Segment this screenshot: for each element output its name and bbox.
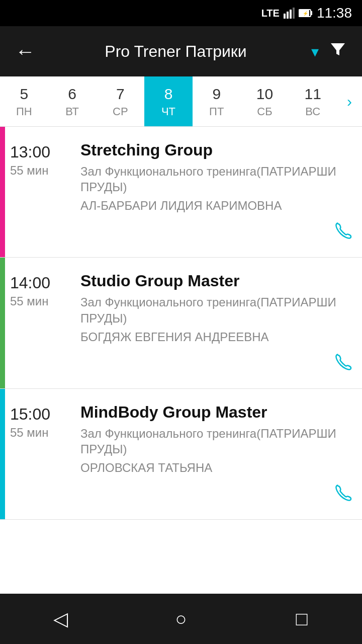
- date-day: ВТ: [65, 105, 79, 118]
- date-day: ПТ: [209, 105, 224, 118]
- phone-icon[interactable]: [335, 484, 352, 505]
- svg-rect-3: [293, 8, 295, 19]
- class-color-bar: [0, 127, 5, 257]
- date-item-11[interactable]: 11 ВС: [289, 76, 337, 126]
- class-trainer: ОРЛОВСКАЯ ТАТЬЯНА: [80, 461, 352, 475]
- class-location: Зал Функционального тренинга(ПАТРИАРШИ П…: [80, 426, 352, 457]
- date-day: СБ: [257, 105, 272, 118]
- nav-apps-button[interactable]: □: [282, 599, 322, 639]
- date-bar: 5 ПН 6 ВТ 7 СР 8 ЧТ 9 ПТ 10 СБ 11 ВС ›: [0, 76, 362, 127]
- svg-rect-0: [284, 14, 286, 19]
- class-trainer: АЛ-БАРБАРИ ЛИДИЯ КАРИМОВНА: [80, 199, 352, 213]
- class-item-2[interactable]: 15:00 55 мин MindBody Group Master Зал Ф…: [0, 389, 362, 520]
- date-item-9[interactable]: 9 ПТ: [193, 76, 241, 126]
- top-bar: ← Pro Trener Патрики ▾: [0, 26, 362, 76]
- date-day: ПН: [16, 105, 32, 118]
- status-icons: LTE ⚡ 11:38: [261, 5, 352, 21]
- phone-icon[interactable]: [335, 353, 352, 374]
- svg-text:⚡: ⚡: [303, 11, 309, 17]
- svg-rect-1: [287, 12, 289, 19]
- class-name: Stretching Group: [80, 141, 352, 159]
- svg-rect-6: [311, 11, 312, 15]
- class-duration: 55 мин: [10, 164, 70, 178]
- nav-back-button[interactable]: ◁: [40, 599, 80, 639]
- back-button[interactable]: ←: [10, 36, 40, 66]
- date-day: ВС: [305, 105, 320, 118]
- phone-icon[interactable]: [335, 222, 352, 243]
- class-color-bar: [0, 258, 5, 388]
- date-item-10[interactable]: 10 СБ: [241, 76, 289, 126]
- class-time: 14:00: [10, 274, 70, 292]
- date-num: 6: [68, 85, 76, 103]
- date-item-6[interactable]: 6 ВТ: [48, 76, 97, 126]
- class-list: 13:00 55 мин Stretching Group Зал Функци…: [0, 127, 362, 520]
- page-title: Pro Trener Патрики: [45, 42, 306, 61]
- date-next-button[interactable]: ›: [337, 76, 362, 126]
- date-item-7[interactable]: 7 СР: [96, 76, 144, 126]
- class-name: MindBody Group Master: [80, 403, 352, 422]
- class-trainer: БОГДЯЖ ЕВГЕНИЯ АНДРЕЕВНА: [80, 330, 352, 344]
- status-time: 11:38: [317, 5, 352, 21]
- date-num: 7: [116, 85, 125, 103]
- dropdown-button[interactable]: ▾: [311, 43, 319, 60]
- status-bar: LTE ⚡ 11:38: [0, 0, 362, 26]
- date-day: ЧТ: [161, 105, 175, 118]
- bottom-nav: ◁ ○ □: [0, 594, 362, 644]
- class-time: 13:00: [10, 143, 70, 162]
- date-num: 9: [212, 85, 221, 103]
- class-duration: 55 мин: [10, 426, 70, 440]
- date-item-8[interactable]: 8 ЧТ: [144, 76, 193, 126]
- class-location: Зал Функционального тренинга(ПАТРИАРШИ П…: [80, 294, 352, 326]
- class-location: Зал Функционального тренинга(ПАТРИАРШИ П…: [80, 164, 352, 195]
- lte-icon: LTE: [261, 8, 280, 19]
- date-item-5[interactable]: 5 ПН: [0, 76, 48, 126]
- class-color-bar: [0, 389, 5, 519]
- class-duration: 55 мин: [10, 294, 70, 308]
- class-name: Studio Group Master: [80, 272, 352, 290]
- class-time: 15:00: [10, 405, 70, 424]
- date-day: СР: [113, 105, 128, 118]
- nav-home-button[interactable]: ○: [161, 599, 201, 639]
- svg-rect-2: [290, 10, 292, 19]
- date-num: 5: [20, 85, 29, 103]
- signal-icon: [284, 8, 295, 19]
- date-num: 8: [164, 85, 173, 103]
- class-item-0[interactable]: 13:00 55 мин Stretching Group Зал Функци…: [0, 127, 362, 258]
- battery-icon: ⚡: [299, 9, 313, 18]
- date-num: 11: [304, 85, 321, 103]
- class-item-1[interactable]: 14:00 55 мин Studio Group Master Зал Фун…: [0, 258, 362, 388]
- filter-button[interactable]: [324, 35, 352, 68]
- date-num: 10: [256, 85, 273, 103]
